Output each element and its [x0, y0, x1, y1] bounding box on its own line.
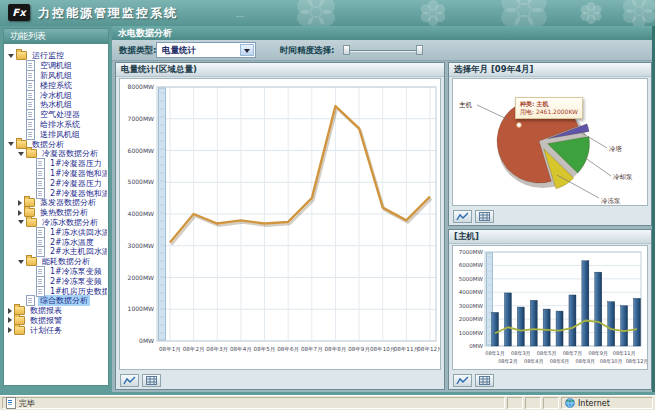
bar-chart-area: 0MW1000MW2000MW3000MW4000MW5000MW6000MW7… — [452, 245, 648, 370]
svg-text:08年1月: 08年1月 — [485, 350, 505, 357]
table-view-button[interactable] — [475, 210, 494, 223]
expand-arrow-icon[interactable] — [18, 200, 22, 206]
svg-text:3000MW: 3000MW — [128, 242, 154, 249]
expand-arrow-icon[interactable] — [8, 308, 12, 314]
bar[interactable] — [543, 309, 550, 346]
svg-text:2000MW: 2000MW — [459, 316, 484, 322]
line-chart-title: 电量统计(区域总量) — [116, 63, 444, 77]
bar-chart-panel: [主机] 0MW1000MW2000MW3000MW4000MW5000MW60… — [448, 229, 652, 390]
data-type-dropdown[interactable]: 电量统计 — [156, 42, 256, 58]
bar[interactable] — [595, 272, 602, 346]
svg-text:0MW: 0MW — [469, 343, 483, 349]
svg-text:08年12月: 08年12月 — [626, 358, 648, 365]
svg-text:5000MW: 5000MW — [459, 276, 484, 282]
collapse-arrow-icon[interactable] — [18, 220, 24, 224]
bar[interactable] — [569, 295, 576, 346]
svg-text:4000MW: 4000MW — [128, 210, 154, 217]
svg-text:08年7月: 08年7月 — [301, 346, 323, 353]
bar[interactable] — [504, 293, 511, 346]
line-chart-area: 0MW1000MW2000MW3000MW4000MW5000MW6000MW7… — [119, 78, 441, 370]
bar[interactable] — [621, 306, 628, 346]
bar[interactable] — [556, 311, 563, 346]
slider-handle-right[interactable] — [416, 45, 423, 55]
table-view-button[interactable] — [142, 374, 161, 387]
sidebar: 功能列表 运行监控空调机组新风机组楼控系统冷水机组热水机组空气处理器给排水系统送… — [3, 28, 109, 386]
pie-chart-title: 选择年月 [09年4月] — [449, 63, 651, 77]
document-icon — [36, 246, 45, 257]
svg-text:08年7月: 08年7月 — [563, 350, 583, 357]
bar[interactable] — [634, 298, 641, 346]
collapse-arrow-icon[interactable] — [8, 54, 14, 58]
chart-view-button[interactable] — [453, 210, 472, 223]
table-view-button[interactable] — [475, 374, 494, 387]
collapse-arrow-icon[interactable] — [8, 142, 14, 146]
svg-text:6000MW: 6000MW — [459, 262, 484, 268]
collapse-arrow-icon[interactable] — [18, 260, 24, 264]
app-title: 力控能源管理监控系统 — [38, 5, 178, 22]
svg-text:6000MW: 6000MW — [128, 147, 154, 154]
bar[interactable] — [608, 302, 615, 346]
tree-item[interactable]: 计划任务 — [5, 325, 107, 335]
svg-text:冷却泵: 冷却泵 — [613, 173, 633, 181]
pie-tooltip-category: 种类: 主机 — [520, 100, 578, 108]
svg-text:1000MW: 1000MW — [459, 330, 484, 336]
document-icon — [36, 286, 45, 297]
line-chart-panel: 电量统计(区域总量) 0MW1000MW2000MW3000MW4000MW50… — [115, 62, 445, 390]
svg-text:4000MW: 4000MW — [459, 289, 484, 295]
bar-panel-toolbar — [453, 374, 494, 387]
svg-text:08年2月: 08年2月 — [183, 346, 205, 353]
globe-icon — [565, 398, 575, 408]
svg-text:7000MW: 7000MW — [128, 115, 154, 122]
status-left: 完毕 — [2, 397, 505, 409]
svg-text:08年8月: 08年8月 — [325, 346, 347, 353]
document-icon — [26, 129, 35, 140]
pie-chart-panel: 选择年月 [09年4月] 主机冷塔冷却泵冷冻泵 种类: 主机 用电: 2461.… — [448, 62, 652, 226]
svg-text:08年1月: 08年1月 — [159, 346, 181, 353]
bar-chart-title: [主机] — [449, 230, 651, 244]
svg-text:08年10月: 08年10月 — [600, 358, 623, 365]
content-header: 水电数据分析 — [112, 26, 652, 40]
svg-text:3000MW: 3000MW — [459, 303, 484, 309]
svg-text:08年4月: 08年4月 — [230, 346, 252, 353]
bar[interactable] — [517, 307, 524, 346]
svg-text:5000MW: 5000MW — [128, 178, 154, 185]
expand-arrow-icon[interactable] — [18, 210, 22, 216]
svg-text:7000MW: 7000MW — [459, 249, 484, 255]
bar[interactable] — [530, 300, 537, 346]
svg-text:08年4月: 08年4月 — [524, 358, 544, 365]
svg-text:冷塔: 冷塔 — [609, 145, 623, 153]
collapse-arrow-icon[interactable] — [18, 152, 24, 156]
tree-item-label[interactable]: 计划任务 — [28, 325, 64, 336]
svg-text:08年8月: 08年8月 — [576, 358, 596, 365]
data-type-value: 电量统计 — [162, 45, 196, 55]
document-icon — [26, 295, 35, 306]
svg-text:冷冻泵: 冷冻泵 — [601, 197, 621, 205]
folder-icon — [26, 149, 37, 158]
sidebar-header: 功能列表 — [4, 29, 108, 44]
svg-text:0MW: 0MW — [139, 337, 154, 344]
bar[interactable] — [492, 312, 499, 346]
status-left-text: 完毕 — [19, 398, 35, 409]
time-precision-slider[interactable] — [344, 50, 422, 51]
status-right: Internet — [561, 397, 653, 409]
flower-decoration — [420, 0, 446, 26]
bar[interactable] — [582, 261, 589, 346]
expand-arrow-icon[interactable] — [8, 327, 12, 333]
line-chart-svg: 0MW1000MW2000MW3000MW4000MW5000MW6000MW7… — [120, 79, 441, 369]
chart-vertical-scrollbar[interactable] — [159, 88, 166, 340]
chart-view-button[interactable] — [453, 374, 472, 387]
document-icon — [36, 188, 45, 199]
status-right-text: Internet — [578, 399, 610, 408]
line-panel-toolbar — [120, 374, 161, 387]
svg-text:08年5月: 08年5月 — [537, 350, 557, 357]
pie-panel-toolbar — [453, 210, 494, 223]
slider-handle-left[interactable] — [343, 45, 350, 55]
svg-text:08年10月: 08年10月 — [370, 346, 395, 353]
chart-view-button[interactable] — [120, 374, 139, 387]
expand-arrow-icon[interactable] — [8, 317, 12, 323]
folder-icon — [26, 218, 37, 227]
svg-text:08年6月: 08年6月 — [277, 346, 299, 353]
dropdown-arrow-icon[interactable] — [240, 44, 254, 56]
pie-tooltip: 种类: 主机 用电: 2461.2000KW — [515, 97, 583, 119]
svg-text:08年3月: 08年3月 — [206, 346, 228, 353]
